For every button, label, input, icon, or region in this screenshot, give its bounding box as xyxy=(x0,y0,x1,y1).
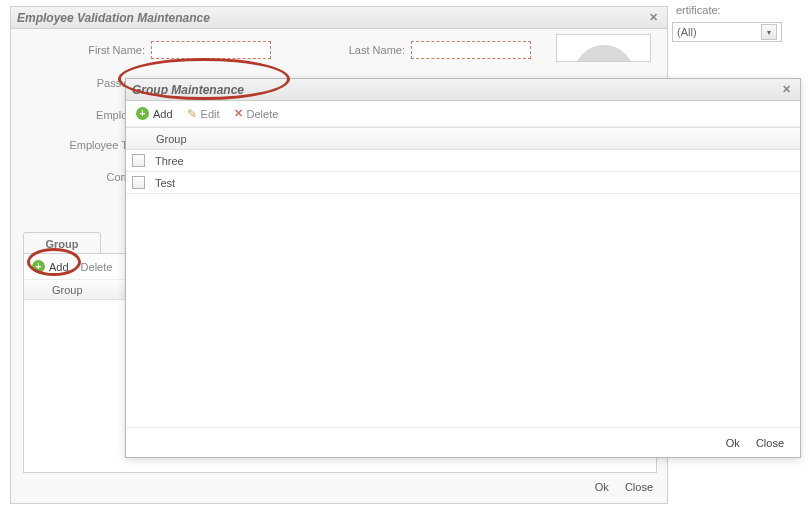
employee-ok-button[interactable]: Ok xyxy=(595,481,609,493)
employee-close-button[interactable]: Close xyxy=(625,481,653,493)
delete-x-icon: ✕ xyxy=(234,107,243,120)
group-tab[interactable]: Group xyxy=(23,232,101,254)
row-checkbox[interactable] xyxy=(132,154,145,167)
certificate-combo[interactable]: (All) ▾ xyxy=(672,22,782,42)
bg-delete-label: Delete xyxy=(81,261,113,273)
last-name-input[interactable] xyxy=(411,41,531,59)
employee-window-footer: Ok Close xyxy=(595,481,653,493)
dialog-close-button[interactable]: Close xyxy=(756,437,784,449)
pencil-icon: ✎ xyxy=(187,107,197,121)
dialog-ok-button[interactable]: Ok xyxy=(726,437,740,449)
avatar-placeholder xyxy=(556,34,651,62)
certificate-filter-fragment: ertificate: (All) ▾ xyxy=(672,4,804,42)
certificate-combo-value: (All) xyxy=(677,26,697,38)
chevron-down-icon: ▾ xyxy=(761,24,777,40)
first-name-input[interactable] xyxy=(151,41,271,59)
bg-delete-button[interactable]: Delete xyxy=(81,261,113,273)
close-icon[interactable]: ✕ xyxy=(645,10,661,26)
dialog-close-icon[interactable]: ✕ xyxy=(778,82,794,98)
last-name-label: Last Name: xyxy=(311,44,411,56)
bg-add-label: Add xyxy=(49,261,69,273)
dialog-grid-header: Group xyxy=(126,128,800,150)
row-name: Test xyxy=(155,177,175,189)
dialog-add-label: Add xyxy=(153,108,173,120)
plus-icon: + xyxy=(32,260,45,273)
dialog-edit-button[interactable]: ✎ Edit xyxy=(187,107,220,121)
employee-window-title: Employee Validation Maintenance xyxy=(17,11,210,25)
first-name-label: First Name: xyxy=(11,44,151,56)
group-maintenance-dialog: Group Maintenance ✕ + Add ✎ Edit ✕ Delet… xyxy=(125,78,801,458)
dialog-titlebar: Group Maintenance ✕ xyxy=(126,79,800,101)
dialog-delete-label: Delete xyxy=(247,108,279,120)
employee-window-titlebar: Employee Validation Maintenance ✕ xyxy=(11,7,667,29)
certificate-label: ertificate: xyxy=(672,4,804,16)
grid-row[interactable]: Three xyxy=(126,150,800,172)
bg-add-button[interactable]: + Add xyxy=(32,260,69,273)
row-name: Three xyxy=(155,155,184,167)
plus-icon: + xyxy=(136,107,149,120)
dialog-add-button[interactable]: + Add xyxy=(136,107,173,120)
dialog-edit-label: Edit xyxy=(201,108,220,120)
grid-row[interactable]: Test xyxy=(126,172,800,194)
dialog-grid: Group ThreeTest xyxy=(126,127,800,427)
avatar-icon xyxy=(574,45,634,62)
dialog-footer: Ok Close xyxy=(126,427,800,457)
dialog-delete-button[interactable]: ✕ Delete xyxy=(234,107,279,120)
dialog-toolbar: + Add ✎ Edit ✕ Delete xyxy=(126,101,800,127)
dialog-title: Group Maintenance xyxy=(132,83,244,97)
row-checkbox[interactable] xyxy=(132,176,145,189)
